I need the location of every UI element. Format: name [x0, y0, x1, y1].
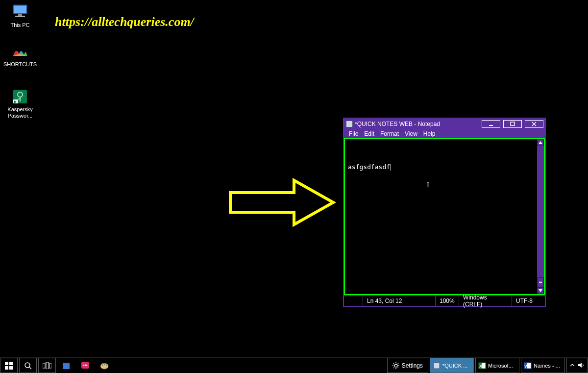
tray-chevron-icon[interactable]	[570, 363, 575, 369]
settings-label: Settings	[402, 362, 423, 369]
svg-rect-10	[489, 125, 493, 126]
svg-line-22	[29, 367, 31, 369]
chat-icon	[80, 361, 90, 371]
vertical-scrollbar[interactable]	[537, 139, 544, 294]
arrow-annotation	[225, 175, 338, 231]
svg-rect-7	[18, 99, 21, 99]
svg-rect-20	[9, 366, 13, 370]
svg-point-29	[83, 364, 85, 366]
svg-text:X: X	[479, 364, 482, 369]
svg-marker-9	[230, 180, 333, 224]
taskbar-app-label: *QUICK ...	[442, 363, 467, 369]
pinned-app-1[interactable]	[57, 358, 75, 373]
svg-rect-1	[14, 6, 26, 13]
desktop-icon-kaspersky[interactable]: Kaspersky Passwor...	[3, 88, 37, 119]
typed-text: asfgsdfasdf	[348, 163, 390, 171]
status-line-ending: Windows (CRLF)	[459, 296, 512, 306]
word-icon: W	[524, 362, 532, 370]
svg-point-30	[85, 364, 86, 366]
scroll-up-icon[interactable]	[537, 139, 544, 146]
notepad-window[interactable]: *QUICK NOTES WEB - Notepad File Edit For…	[343, 118, 546, 307]
svg-rect-24	[46, 362, 49, 369]
svg-point-36	[105, 366, 107, 368]
this-pc-icon	[10, 4, 30, 21]
statusbar: Ln 43, Col 12 100% Windows (CRLF) UTF-8	[344, 295, 545, 306]
svg-rect-14	[539, 282, 542, 283]
text-area-container: asfgsdfasdf I	[344, 138, 545, 295]
svg-point-34	[104, 363, 105, 365]
svg-rect-15	[539, 284, 542, 284]
svg-point-35	[106, 364, 107, 366]
taskbar-app-label: Names - ...	[534, 363, 560, 369]
window-title: *QUICK NOTES WEB - Notepad	[355, 121, 480, 127]
svg-marker-16	[539, 289, 542, 292]
menu-format[interactable]: Format	[377, 130, 402, 137]
titlebar[interactable]: *QUICK NOTES WEB - Notepad	[344, 119, 545, 129]
svg-rect-17	[5, 362, 8, 365]
gear-icon	[392, 362, 399, 369]
svg-rect-46	[434, 363, 440, 369]
minimize-button[interactable]	[482, 120, 500, 128]
svg-text:W: W	[525, 364, 529, 369]
svg-rect-2	[18, 14, 22, 16]
notepad-task-icon	[433, 362, 441, 370]
taskbar-app-excel[interactable]: X Microsof...	[475, 358, 519, 373]
shortcuts-icon	[10, 43, 30, 60]
svg-rect-19	[5, 366, 8, 370]
desktop-icon-label: Kaspersky Passwor...	[3, 106, 37, 119]
app-icon	[62, 361, 71, 370]
svg-rect-25	[49, 363, 51, 368]
search-button[interactable]	[19, 358, 37, 373]
task-view-icon	[43, 362, 51, 369]
start-button[interactable]	[0, 358, 18, 373]
taskbar-app-notepad[interactable]: *QUICK ...	[430, 358, 474, 373]
ibeam-cursor: I	[427, 181, 429, 189]
menu-view[interactable]: View	[402, 130, 420, 137]
system-tray[interactable]	[566, 358, 588, 373]
scroll-thumb[interactable]	[537, 277, 544, 287]
excel-icon: X	[478, 362, 486, 370]
maximize-button[interactable]	[503, 120, 522, 128]
pinned-app-2[interactable]	[76, 358, 94, 373]
tray-volume-icon[interactable]	[578, 362, 585, 369]
svg-rect-13	[539, 281, 542, 281]
desktop-icon-label: This PC	[3, 22, 37, 28]
menu-edit[interactable]: Edit	[361, 130, 377, 137]
kaspersky-icon	[10, 88, 30, 105]
svg-rect-3	[15, 16, 25, 17]
text-area[interactable]: asfgsdfasdf I	[345, 139, 537, 294]
desktop-icon-this-pc[interactable]: This PC	[3, 4, 37, 28]
status-encoding: UTF-8	[512, 296, 545, 306]
taskbar-settings[interactable]: Settings	[387, 358, 428, 373]
text-caret	[391, 164, 391, 171]
scroll-down-icon[interactable]	[537, 287, 544, 294]
svg-point-37	[394, 364, 397, 367]
svg-line-43	[397, 367, 398, 368]
window-controls	[480, 120, 545, 128]
menu-file[interactable]: File	[346, 130, 361, 137]
svg-line-42	[393, 363, 394, 364]
desktop-icon-shortcuts[interactable]: SHORTCUTS	[3, 43, 37, 68]
menu-help[interactable]: Help	[420, 130, 439, 137]
search-icon	[24, 362, 32, 370]
pinned-paint[interactable]	[96, 358, 113, 373]
taskbar-app-word[interactable]: W Names - ...	[521, 358, 565, 373]
close-button[interactable]	[525, 120, 543, 128]
taskbar: Settings *QUICK ... X Microsof... W Name…	[0, 357, 588, 373]
taskbar-app-label: Microsof...	[488, 363, 513, 369]
svg-line-45	[393, 367, 394, 368]
svg-rect-27	[63, 363, 70, 364]
task-view-button[interactable]	[38, 358, 56, 373]
svg-rect-11	[511, 122, 514, 125]
desktop-icon-label: SHORTCUTS	[3, 61, 37, 68]
svg-rect-18	[9, 362, 13, 365]
status-zoom: 100%	[435, 296, 459, 306]
svg-point-21	[25, 363, 30, 368]
status-position: Ln 43, Col 12	[363, 296, 435, 306]
svg-marker-12	[539, 141, 542, 144]
notepad-icon	[346, 121, 353, 127]
svg-rect-23	[43, 363, 45, 368]
watermark-url: https://alltechqueries.com/	[55, 15, 194, 29]
svg-point-31	[86, 364, 88, 366]
svg-line-44	[397, 363, 398, 364]
